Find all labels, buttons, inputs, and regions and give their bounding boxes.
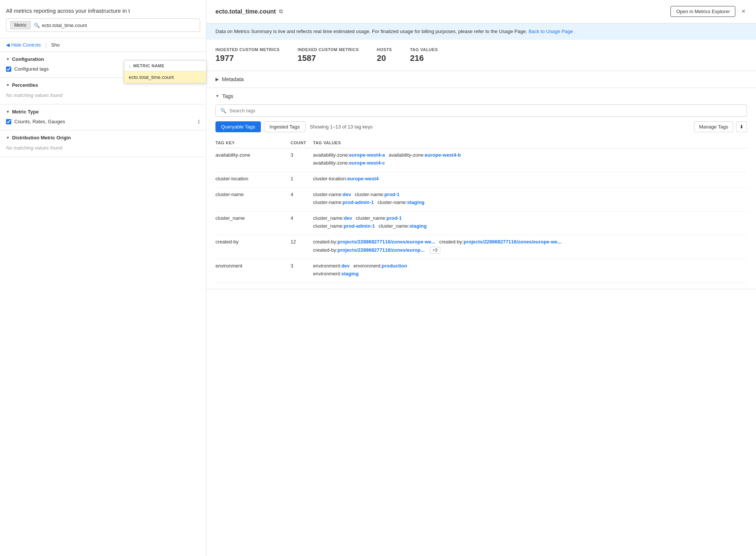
show-label: Sho xyxy=(51,42,60,48)
tag-value-link[interactable]: created-by:projects/228868277116/zones/e… xyxy=(313,247,425,253)
table-row: availability-zone3availability-zone:euro… xyxy=(215,148,747,172)
stat-hosts: HOSTS 20 xyxy=(377,47,392,63)
count-cell: 1 xyxy=(291,172,313,187)
tag-value-link[interactable]: cluster_name:prod-1 xyxy=(356,215,402,221)
info-text: Data on Metrics Summary is live and refl… xyxy=(215,29,527,34)
download-button[interactable]: ⬇ xyxy=(736,121,747,132)
tag-values-cell: cluster-location:europe-west4 xyxy=(313,172,747,187)
stat-ingested-custom-metrics: INGESTED CUSTOM METRICS 1977 xyxy=(215,47,280,63)
tag-value-link[interactable]: cluster-name:dev xyxy=(313,192,351,197)
more-badge[interactable]: +9 xyxy=(430,247,440,254)
tag-key-cell: cluster-location xyxy=(215,172,291,187)
tag-value-link[interactable]: cluster_name:prod-admin-1 xyxy=(313,223,375,229)
tag-value-line: cluster-name:prod-admin-1cluster-name:st… xyxy=(313,199,747,207)
count-cell: 4 xyxy=(291,211,313,235)
download-icon: ⬇ xyxy=(739,124,744,130)
distribution-metric-origin-header[interactable]: ▼ Distribution Metric Origin xyxy=(6,135,200,141)
tag-key-cell: environment xyxy=(215,259,291,283)
tag-search-bar[interactable]: 🔍 xyxy=(215,104,747,117)
metric-name-dropdown: ↓ METRIC NAME ecto.total_time.count xyxy=(124,60,206,83)
controls-row: ◀ Hide Controls | Sho xyxy=(0,38,206,52)
tag-value-line: cluster-location:europe-west4 xyxy=(313,176,747,183)
percentiles-label: Percentiles xyxy=(12,82,38,88)
tag-value-link[interactable]: cluster-name:prod-admin-1 xyxy=(313,199,374,205)
tag-value-line: environment:devenvironment:production xyxy=(313,263,747,270)
count-cell: 3 xyxy=(291,148,313,172)
dropdown-header-label: METRIC NAME xyxy=(133,63,164,68)
metric-tab[interactable]: Metric xyxy=(10,21,31,29)
tag-value-link[interactable]: availability-zone:europe-west4-c xyxy=(313,160,385,166)
tag-value-link[interactable]: environment:production xyxy=(354,263,407,269)
tag-value-link[interactable]: cluster_name:staging xyxy=(379,223,427,229)
tag-value-link[interactable]: environment:dev xyxy=(313,263,350,269)
tags-label: Tags xyxy=(222,93,233,99)
back-to-usage-page-link[interactable]: Back to Usage Page xyxy=(529,29,573,34)
tag-value-link[interactable]: cluster-name:staging xyxy=(378,199,425,205)
tag-value-line: availability-zone:europe-west4-c xyxy=(313,160,747,167)
counts-rates-gauges-checkbox[interactable] xyxy=(6,119,11,124)
search-bar[interactable]: Metric 🔍 ecto.total_time.count xyxy=(6,18,200,32)
header-actions: Open in Metrics Explorer × xyxy=(670,6,747,17)
tag-value-link[interactable]: created-by:projects/228868277116/zones/e… xyxy=(439,239,562,245)
counts-rates-gauges-count: 1 xyxy=(197,119,200,124)
tag-value-line: created-by:projects/228868277116/zones/e… xyxy=(313,247,747,254)
right-panel: ecto.total_time.count ⧉ Open in Metrics … xyxy=(206,0,756,556)
tags-header[interactable]: ▼ Tags xyxy=(206,88,756,104)
copy-icon[interactable]: ⧉ xyxy=(279,8,283,15)
counts-rates-gauges-label: Counts, Rates, Gauges xyxy=(14,119,194,124)
sort-icon: ↓ xyxy=(129,63,131,68)
ingested-custom-metrics-label: INGESTED CUSTOM METRICS xyxy=(215,47,280,52)
tag-values-cell: cluster_name:devcluster_name:prod-1clust… xyxy=(313,211,747,235)
ingested-tags-tab[interactable]: Ingested Tags xyxy=(264,121,306,132)
queryable-tags-tab[interactable]: Queryable Tags xyxy=(215,121,261,132)
tag-value-line: environment:staging xyxy=(313,271,747,278)
tag-values-cell: created-by:projects/228868277116/zones/e… xyxy=(313,235,747,259)
close-button[interactable]: × xyxy=(740,6,747,17)
hosts-value: 20 xyxy=(377,53,392,63)
manage-tags-button[interactable]: Manage Tags xyxy=(694,121,733,132)
tag-search-input[interactable] xyxy=(229,108,742,113)
table-row: environment3environment:devenvironment:p… xyxy=(215,259,747,283)
tags-table: TAG KEY COUNT TAG VALUES availability-zo… xyxy=(215,137,747,283)
tag-value-link[interactable]: cluster_name:dev xyxy=(313,215,352,221)
distribution-metric-origin-section: ▼ Distribution Metric Origin No matching… xyxy=(0,130,206,157)
count-header: COUNT xyxy=(291,137,313,148)
tag-value-link[interactable]: availability-zone:europe-west4-a xyxy=(313,152,385,158)
tag-value-link[interactable]: availability-zone:europe-west4-b xyxy=(389,152,461,158)
tag-value-line: availability-zone:europe-west4-aavailabi… xyxy=(313,152,747,159)
info-banner: Data on Metrics Summary is live and refl… xyxy=(206,23,756,40)
search-icon: 🔍 xyxy=(220,108,226,113)
tag-value-link[interactable]: environment:staging xyxy=(313,271,358,276)
tag-value-link[interactable]: cluster-name:prod-1 xyxy=(355,192,399,197)
tags-content: 🔍 Queryable Tags Ingested Tags Showing 1… xyxy=(206,104,756,289)
ingested-custom-metrics-value: 1977 xyxy=(215,53,280,63)
tag-values-header: TAG VALUES xyxy=(313,137,747,148)
tag-value-link[interactable]: cluster-location:europe-west4 xyxy=(313,176,379,181)
tag-values-value: 216 xyxy=(410,53,438,63)
tags-tabs-row: Queryable Tags Ingested Tags Showing 1–1… xyxy=(215,121,747,132)
count-cell: 4 xyxy=(291,187,313,211)
showing-text: Showing 1–13 of 13 tag keys xyxy=(310,124,691,130)
indexed-custom-metrics-value: 1587 xyxy=(298,53,359,63)
metric-type-header[interactable]: ▼ Metric Type xyxy=(6,109,200,115)
open-metrics-explorer-button[interactable]: Open in Metrics Explorer xyxy=(670,6,735,17)
hide-controls-button[interactable]: ◀ Hide Controls xyxy=(6,42,41,48)
distribution-metric-origin-label: Distribution Metric Origin xyxy=(12,135,71,141)
configured-tags-checkbox[interactable] xyxy=(6,66,11,72)
chevron-down-icon: ▼ xyxy=(6,83,10,87)
counts-rates-gauges-item: Counts, Rates, Gauges 1 xyxy=(6,118,200,125)
tag-values-cell: cluster-name:devcluster-name:prod-1clust… xyxy=(313,187,747,211)
count-cell: 3 xyxy=(291,259,313,283)
hide-controls-label: Hide Controls xyxy=(11,42,41,48)
left-header: All metrics reporting across your infras… xyxy=(0,0,206,38)
tags-section: ▼ Tags 🔍 Queryable Tags Ingested Tags Sh… xyxy=(206,88,756,289)
stat-indexed-custom-metrics: INDEXED CUSTOM METRICS 1587 xyxy=(298,47,359,63)
tag-value-link[interactable]: created-by:projects/228868277116/zones/e… xyxy=(313,239,435,245)
count-cell: 12 xyxy=(291,235,313,259)
tag-key-cell: availability-zone xyxy=(215,148,291,172)
search-input-value: ecto.total_time.count xyxy=(42,23,87,28)
percentiles-no-match: No matching values found xyxy=(6,91,200,100)
table-row: cluster_name4cluster_name:devcluster_nam… xyxy=(215,211,747,235)
dropdown-metric-item[interactable]: ecto.total_time.count xyxy=(124,71,206,83)
metadata-header[interactable]: ▶ Metadata xyxy=(206,71,756,88)
